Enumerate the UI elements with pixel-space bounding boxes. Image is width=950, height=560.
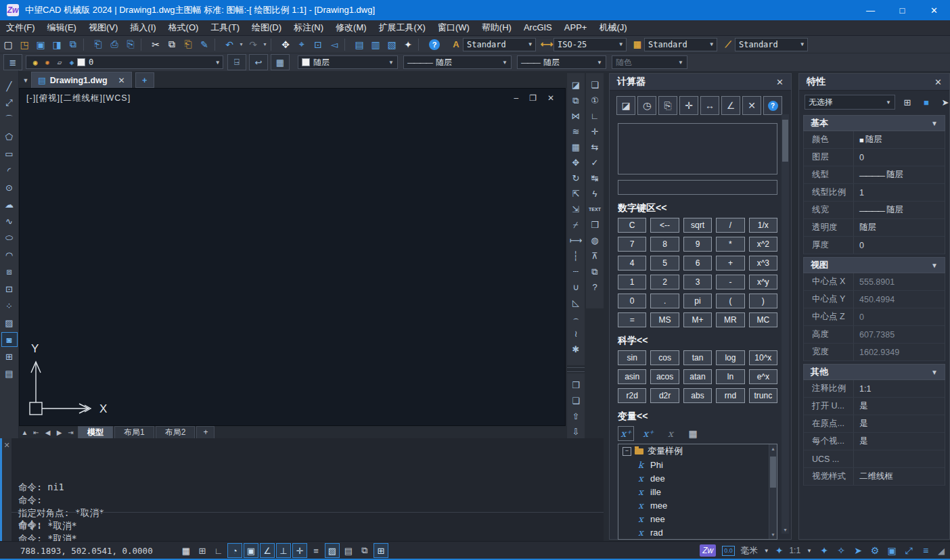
plot-preview-button[interactable]: ⎗	[90, 37, 106, 52]
key-pi[interactable]: pi	[683, 294, 712, 308]
polar-toggle[interactable]: ◔	[227, 543, 242, 558]
toolbar-separator[interactable]	[83, 39, 88, 51]
menu-draw[interactable]: 绘图(D)	[246, 20, 288, 35]
toolbar-separator[interactable]	[271, 39, 275, 51]
text-style-combo[interactable]: A Standard ▼	[449, 38, 536, 51]
join-tool[interactable]: ∪	[569, 281, 583, 294]
property-row[interactable]: 中心点 Z 0	[804, 308, 945, 326]
calculator-close-button[interactable]: ✕	[776, 77, 784, 87]
insert-block-tool[interactable]: ⧈	[1, 264, 18, 279]
menu-modify[interactable]: 修改(M)	[330, 20, 373, 35]
key-acos[interactable]: acos	[650, 369, 679, 384]
zoom-previous-button[interactable]: ◅	[326, 37, 342, 52]
property-row[interactable]: 中心点 X 555.8901	[804, 273, 945, 291]
variable-folder-row[interactable]: − 变量样例	[618, 444, 777, 458]
pan-button[interactable]: ✥	[277, 37, 294, 52]
key-subtract[interactable]: -	[716, 275, 744, 289]
key-backspace[interactable]: <--	[650, 218, 679, 233]
balloon-tool[interactable]: ◍	[588, 234, 602, 247]
publish-button[interactable]: ⎘	[122, 37, 139, 52]
next-layout-button[interactable]: ▶	[53, 427, 65, 438]
annotation-visibility-button[interactable]: ✦	[818, 545, 830, 557]
property-row[interactable]: 视觉样式 二维线框	[804, 468, 945, 486]
send-to-back-button[interactable]: ❏	[569, 394, 583, 407]
key-d2r[interactable]: d2r	[650, 388, 679, 403]
edit-variable-button[interactable]: x⁺	[640, 426, 656, 441]
document-list-dropdown[interactable]: ▼	[20, 72, 31, 88]
property-row[interactable]: 线宽 ———— 随层	[804, 202, 945, 219]
new-document-tab-button[interactable]: +	[135, 72, 154, 88]
open-button[interactable]: ◳	[16, 37, 32, 52]
variable-item[interactable]: x mee	[618, 498, 777, 512]
key-inverse[interactable]: 1/x	[749, 218, 777, 233]
toolbar-separator[interactable]	[418, 39, 423, 51]
property-row[interactable]: 打开 U... 是	[804, 398, 945, 415]
key-10x[interactable]: 10^x	[749, 350, 777, 365]
property-row[interactable]: 宽度 1602.9349	[804, 344, 945, 361]
key-2[interactable]: 2	[650, 275, 679, 289]
menu-dimension[interactable]: 标注(N)	[288, 20, 330, 35]
key-6[interactable]: 6	[683, 256, 712, 271]
maximize-button[interactable]: □	[886, 0, 918, 20]
make-layer-current-button[interactable]: ⍈	[227, 54, 246, 70]
key-r2d[interactable]: r2d	[618, 388, 646, 403]
key-atan[interactable]: atan	[683, 369, 712, 384]
arc-tool[interactable]: ◜	[1, 163, 18, 178]
erase-tool[interactable]: ◪	[569, 78, 583, 91]
coordinates-readout[interactable]: 788.1893, 502.0541, 0.0000	[20, 546, 153, 556]
menu-app-plus[interactable]: APP+	[558, 20, 593, 35]
trim-tool[interactable]: ⌿	[569, 218, 583, 231]
key-4[interactable]: 4	[618, 256, 646, 271]
tree-scrollbar[interactable]: ▴ ▾	[769, 444, 777, 539]
snap-toggle[interactable]: ⊞	[195, 543, 210, 558]
key-tan[interactable]: tan	[683, 350, 712, 365]
mech-help-tool[interactable]: ?	[588, 281, 602, 294]
key-sqrt[interactable]: sqrt	[683, 218, 712, 233]
layer-previous-button[interactable]: ↩	[249, 54, 268, 70]
key-divide[interactable]: /	[716, 218, 744, 233]
ellipse-arc-tool[interactable]: ◠	[1, 248, 18, 262]
menu-mechanical[interactable]: 机械(J)	[593, 20, 633, 35]
new-button[interactable]: ▢	[0, 37, 16, 52]
offset-tool[interactable]: ≋	[569, 125, 583, 138]
calc-paste-button[interactable]: ⎘	[658, 96, 677, 115]
redo-button[interactable]: ↷	[245, 37, 261, 52]
variables-section-label[interactable]: 变量<<	[618, 411, 783, 423]
layer-properties-button[interactable]: ▤	[351, 37, 367, 52]
menu-format[interactable]: 格式(O)	[162, 20, 205, 35]
rectangle-tool[interactable]: ▭	[1, 146, 18, 161]
chevron-down-icon[interactable]: ▼	[807, 548, 812, 554]
key-memory-recall[interactable]: MR	[716, 312, 744, 327]
section-header-view[interactable]: 视图 ▼	[803, 257, 945, 273]
bring-to-front-button[interactable]: ❒	[569, 379, 583, 392]
key-ex[interactable]: e^x	[749, 369, 777, 384]
toolbar-separator[interactable]	[214, 39, 219, 51]
line-tool[interactable]: ╱	[1, 78, 18, 93]
key-rnd[interactable]: rnd	[716, 388, 744, 403]
scale-tool[interactable]: ⇱	[569, 187, 583, 200]
key-memory-store[interactable]: MS	[650, 312, 679, 327]
add-layout-button[interactable]: +	[196, 426, 214, 439]
zoom-window-button[interactable]: ⊡	[310, 37, 326, 52]
new-variable-button[interactable]: x⁺	[618, 426, 634, 441]
osnap-toggle[interactable]: ▣	[244, 543, 258, 558]
paste-button[interactable]: ⎗	[180, 37, 196, 52]
key-open-paren[interactable]: (	[716, 294, 744, 308]
text-annotation-tool[interactable]: TEXT	[588, 203, 602, 216]
key-log[interactable]: log	[716, 350, 744, 365]
rotate-tool[interactable]: ↻	[569, 172, 583, 185]
tab-layout2[interactable]: 布局2	[156, 426, 196, 439]
property-row[interactable]: 线型比例 1	[804, 184, 945, 202]
scroll-down-icon[interactable]: ▾	[769, 532, 777, 538]
dim-style-combo[interactable]: ⟷ ISO-25 ▼	[540, 38, 627, 51]
unit-format-icon[interactable]: 0.0	[722, 546, 735, 556]
parts-library-tool[interactable]: ❒	[588, 218, 602, 231]
property-row[interactable]: 图层 0	[804, 149, 945, 166]
layer-tools-button[interactable]: ≣	[3, 54, 22, 70]
revision-cloud-tool[interactable]: ☁	[1, 197, 18, 212]
dynamic-input-toggle[interactable]: ✛	[292, 543, 307, 558]
field-button[interactable]: ▧	[384, 37, 400, 52]
section-line-tool[interactable]: ↹	[588, 172, 602, 185]
key-ln[interactable]: ln	[716, 369, 744, 384]
bring-above-button[interactable]: ⇧	[569, 410, 583, 423]
